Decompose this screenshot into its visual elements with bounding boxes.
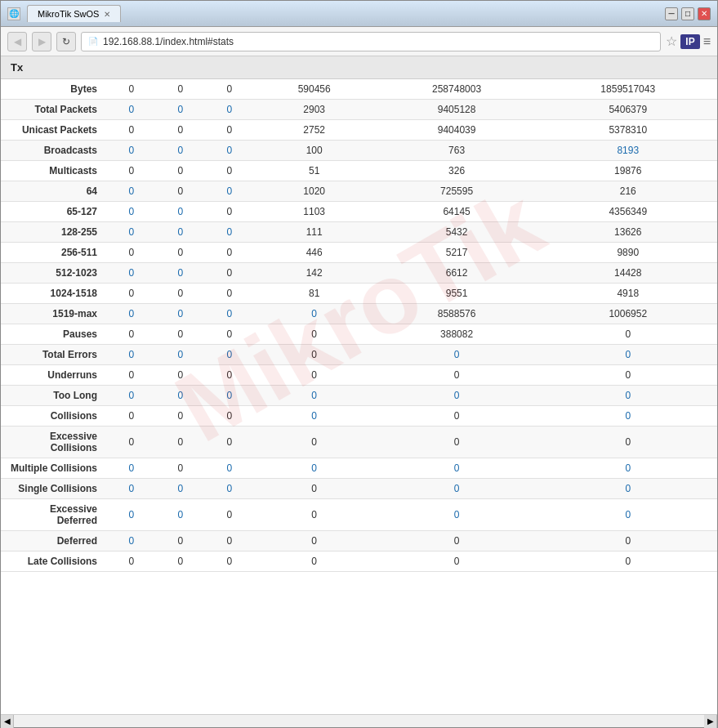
row-label: Single Collisions (1, 479, 107, 499)
cell-value: 0 (205, 141, 254, 161)
cell-value: 4918 (538, 284, 717, 304)
nav-bar: ◀ ▶ ↻ 📄 192.168.88.1/index.html#stats ☆ … (1, 27, 717, 56)
cell-value: 0 (205, 427, 254, 458)
table-row: Total Errors000000 (1, 345, 717, 365)
cell-value: 0 (375, 479, 539, 499)
row-label: Total Packets (1, 100, 107, 120)
close-button[interactable]: ✕ (698, 7, 711, 20)
cell-value: 0 (205, 324, 254, 345)
cell-value: 0 (107, 531, 156, 552)
cell-value: 13626 (538, 222, 717, 243)
cell-value: 2903 (254, 100, 375, 120)
cell-value: 19876 (538, 161, 717, 181)
address-bar[interactable]: 📄 192.168.88.1/index.html#stats (81, 32, 661, 51)
cell-value: 0 (205, 365, 254, 386)
cell-value: 0 (538, 427, 717, 458)
cell-value: 0 (107, 499, 156, 531)
ip-button[interactable]: IP (680, 34, 699, 49)
cell-value: 0 (205, 552, 254, 572)
cell-value: 0 (156, 552, 205, 572)
cell-value: 0 (254, 386, 375, 406)
cell-value: 0 (156, 100, 205, 120)
cell-value: 590456 (254, 79, 375, 100)
forward-button[interactable]: ▶ (32, 32, 51, 51)
cell-value: 0 (254, 406, 375, 427)
table-row: Unicast Packets000275294040395378310 (1, 120, 717, 141)
scroll-right-button[interactable]: ▶ (704, 715, 717, 728)
bookmark-button[interactable]: ☆ (666, 33, 677, 49)
cell-value: 0 (538, 458, 717, 479)
cell-value: 388082 (375, 324, 539, 345)
cell-value: 0 (107, 406, 156, 427)
cell-value: 2752 (254, 120, 375, 141)
row-label: Too Long (1, 386, 107, 406)
row-label: Deferred (1, 531, 107, 552)
table-row: Underruns000000 (1, 365, 717, 386)
cell-value: 0 (205, 304, 254, 324)
cell-value: 1859517043 (538, 79, 717, 100)
cell-value: 0 (375, 427, 539, 458)
table-row: Collisions000000 (1, 406, 717, 427)
table-row: Single Collisions000000 (1, 479, 717, 499)
cell-value: 142 (254, 263, 375, 284)
scroll-track[interactable] (14, 715, 704, 727)
cell-value: 0 (107, 345, 156, 365)
cell-value: 0 (375, 552, 539, 572)
tab-close-button[interactable]: ✕ (104, 10, 110, 19)
cell-value: 0 (538, 406, 717, 427)
cell-value: 81 (254, 284, 375, 304)
table-row: Multicasts0005132619876 (1, 161, 717, 181)
table-row: 1519-max000085885761006952 (1, 304, 717, 324)
cell-value: 5432 (375, 222, 539, 243)
cell-value: 0 (107, 304, 156, 324)
cell-value: 763 (375, 141, 539, 161)
cell-value: 0 (107, 552, 156, 572)
table-row: Pauses00003880820 (1, 324, 717, 345)
cell-value: 0 (205, 120, 254, 141)
cell-value: 446 (254, 243, 375, 263)
cell-value: 0 (156, 141, 205, 161)
cell-value: 1006952 (538, 304, 717, 324)
stats-table: Bytes0005904562587480031859517043Total P… (1, 79, 717, 572)
cell-value: 0 (205, 79, 254, 100)
cell-value: 0 (107, 479, 156, 499)
nav-right: ☆ IP ≡ (666, 33, 711, 49)
browser-tab[interactable]: MikroTik SwOS ✕ (27, 5, 121, 22)
page-content[interactable]: MikroTik Tx Bytes00059045625874800318595… (1, 56, 717, 714)
table-row: 65-1270001103641454356349 (1, 202, 717, 222)
row-label: 1024-1518 (1, 284, 107, 304)
cell-value: 0 (538, 499, 717, 531)
cell-value: 0 (156, 243, 205, 263)
reload-button[interactable]: ↻ (56, 32, 76, 51)
scroll-left-button[interactable]: ◀ (1, 715, 14, 728)
maximize-button[interactable]: □ (681, 7, 694, 20)
cell-value: 0 (156, 79, 205, 100)
minimize-button[interactable]: ─ (665, 7, 678, 20)
row-label: 256-511 (1, 243, 107, 263)
row-label: Excessive Deferred (1, 499, 107, 531)
cell-value: 0 (156, 304, 205, 324)
table-row: 1024-15180008195514918 (1, 284, 717, 304)
cell-value: 0 (254, 345, 375, 365)
menu-button[interactable]: ≡ (703, 34, 711, 49)
url-text: 192.168.88.1/index.html#stats (103, 36, 234, 47)
cell-value: 0 (156, 181, 205, 202)
cell-value: 1020 (254, 181, 375, 202)
cell-value: 0 (107, 284, 156, 304)
cell-value: 0 (538, 324, 717, 345)
horizontal-scrollbar[interactable]: ◀ ▶ (1, 714, 717, 727)
cell-value: 0 (254, 324, 375, 345)
cell-value: 0 (254, 304, 375, 324)
row-label: Broadcasts (1, 141, 107, 161)
table-row: Broadcasts0001007638193 (1, 141, 717, 161)
cell-value: 0 (538, 365, 717, 386)
back-button[interactable]: ◀ (7, 32, 27, 51)
cell-value: 0 (107, 243, 156, 263)
cell-value: 0 (156, 479, 205, 499)
cell-value: 0 (254, 365, 375, 386)
cell-value: 0 (156, 263, 205, 284)
cell-value: 0 (107, 458, 156, 479)
cell-value: 0 (254, 479, 375, 499)
cell-value: 0 (107, 79, 156, 100)
row-label: Excessive Collisions (1, 427, 107, 458)
